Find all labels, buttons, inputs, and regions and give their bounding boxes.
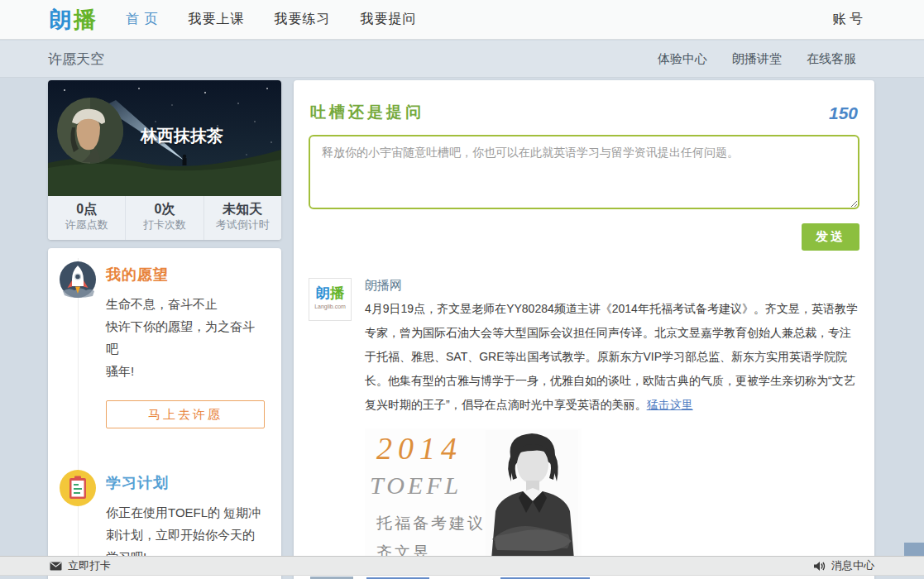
send-button[interactable]: 发送 bbox=[802, 223, 859, 251]
top-header: 朗播 首 页 我要上课 我要练习 我要提问 账 号 bbox=[0, 0, 924, 40]
floating-widget-partial[interactable] bbox=[904, 543, 924, 556]
post-image[interactable]: 2014 TOEFL 托福备考建议 齐文昱 bbox=[365, 428, 582, 571]
stat-label: 打卡次数 bbox=[126, 218, 203, 232]
nav-ask[interactable]: 我要提问 bbox=[360, 11, 416, 28]
user-avatar[interactable] bbox=[57, 98, 123, 164]
clipboard-icon bbox=[60, 470, 96, 506]
sub-header: 许愿天空 体验中心 朗播讲堂 在线客服 bbox=[0, 41, 924, 78]
link-online-service[interactable]: 在线客服 bbox=[807, 51, 856, 67]
composer-input[interactable] bbox=[309, 135, 859, 209]
message-center-button[interactable]: 消息中心 bbox=[813, 558, 874, 573]
stat-value: 未知天 bbox=[204, 201, 281, 218]
logo-char-1: 朗 bbox=[50, 7, 74, 32]
wish-title: 我的愿望 bbox=[106, 265, 265, 285]
avatar-domain: Langlib.com bbox=[309, 303, 351, 311]
sub-header-links: 体验中心 朗播讲堂 在线客服 bbox=[658, 51, 856, 67]
teacher-portrait-photo bbox=[486, 430, 578, 569]
stat-label: 许愿点数 bbox=[48, 218, 125, 232]
stat-label: 考试倒计时 bbox=[204, 218, 281, 232]
checkin-label: 立即打卡 bbox=[68, 558, 111, 573]
nav-take-class[interactable]: 我要上课 bbox=[188, 11, 244, 28]
post-body: 4月9日19点，齐文昱老师在YY80284频道主讲《2014年托福考试备考建议》… bbox=[365, 297, 859, 417]
checkin-button[interactable]: 立即打卡 bbox=[50, 558, 111, 573]
profile-username: 林西抹抹茶 bbox=[141, 125, 223, 147]
post-author-avatar[interactable]: 朗播 Langlib.com bbox=[309, 278, 352, 321]
link-langlib-lecture[interactable]: 朗播讲堂 bbox=[732, 51, 782, 67]
composer-header: 吐槽还是提问 150 bbox=[310, 102, 858, 123]
wish-line-3: 骚年! bbox=[106, 360, 265, 382]
stat-wish-points[interactable]: 0点 许愿点数 bbox=[48, 196, 126, 240]
avatar-logo: 朗播 bbox=[309, 285, 351, 303]
main-nav: 首 页 我要上课 我要练习 我要提问 bbox=[126, 11, 416, 28]
post-author-name[interactable]: 朗播网 bbox=[365, 278, 859, 294]
wish-section: 我的愿望 生命不息，奋斗不止 快许下你的愿望，为之奋斗吧 骚年! 马上去许愿 bbox=[48, 248, 281, 428]
bottom-bar: 立即打卡 消息中心 bbox=[0, 556, 924, 576]
image-exam-text: TOEFL bbox=[370, 471, 462, 500]
main-card: 吐槽还是提问 150 发送 朗播 Langlib.com 朗播网 4月9日19点… bbox=[294, 80, 874, 579]
profile-banner: 林西抹抹茶 bbox=[48, 80, 281, 196]
avatar-image bbox=[57, 98, 123, 164]
account-menu[interactable]: 账 号 bbox=[833, 11, 863, 28]
post-text: 4月9日19点，齐文昱老师在YY80284频道主讲《2014年托福考试备考建议》… bbox=[365, 302, 858, 411]
wish-line-1: 生命不息，奋斗不止 bbox=[106, 293, 265, 315]
nav-home[interactable]: 首 页 bbox=[126, 11, 158, 28]
langlib-logo[interactable]: 朗播 bbox=[50, 5, 98, 35]
composer: 吐槽还是提问 150 发送 bbox=[294, 80, 874, 251]
profile-stats: 0点 许愿点数 0次 打卡次数 未知天 考试倒计时 bbox=[48, 196, 281, 240]
composer-title: 吐槽还是提问 bbox=[310, 102, 424, 123]
nav-practice[interactable]: 我要练习 bbox=[274, 11, 330, 28]
message-center-label: 消息中心 bbox=[831, 558, 874, 573]
char-counter: 150 bbox=[829, 103, 858, 123]
envelope-icon bbox=[50, 562, 62, 571]
profile-card: 林西抹抹茶 0点 许愿点数 0次 打卡次数 未知天 考试倒计时 bbox=[48, 80, 281, 240]
link-experience-center[interactable]: 体验中心 bbox=[658, 51, 707, 67]
stat-checkin-count[interactable]: 0次 打卡次数 bbox=[126, 196, 203, 240]
go-make-wish-button[interactable]: 马上去许愿 bbox=[106, 400, 265, 428]
send-row: 发送 bbox=[309, 223, 859, 251]
feed-post: 朗播 Langlib.com 朗播网 4月9日19点，齐文昱老师在YY80284… bbox=[294, 278, 874, 571]
page-title: 许愿天空 bbox=[48, 50, 104, 69]
stat-exam-countdown[interactable]: 未知天 考试倒计时 bbox=[204, 196, 281, 240]
sidebar-card: 我的愿望 生命不息，奋斗不止 快许下你的愿望，为之奋斗吧 骚年! 马上去许愿 bbox=[48, 248, 281, 579]
image-year-text: 2014 bbox=[376, 430, 462, 467]
image-caption-1: 托福备考建议 bbox=[376, 513, 486, 534]
stat-value: 0次 bbox=[126, 201, 203, 218]
speaker-icon bbox=[813, 561, 826, 572]
stat-value: 0点 bbox=[48, 201, 125, 218]
logo-char-2: 播 bbox=[74, 7, 98, 32]
wish-line-2: 快许下你的愿望，为之奋斗吧 bbox=[106, 315, 265, 360]
post-content: 朗播网 4月9日19点，齐文昱老师在YY80284频道主讲《2014年托福考试备… bbox=[365, 278, 859, 571]
post-link[interactable]: 猛击这里 bbox=[647, 398, 693, 411]
page: 朗播 首 页 我要上课 我要练习 我要提问 账 号 许愿天空 体验中心 朗播讲堂… bbox=[0, 0, 924, 579]
study-plan-title: 学习计划 bbox=[106, 473, 265, 493]
rocket-icon bbox=[60, 261, 96, 298]
